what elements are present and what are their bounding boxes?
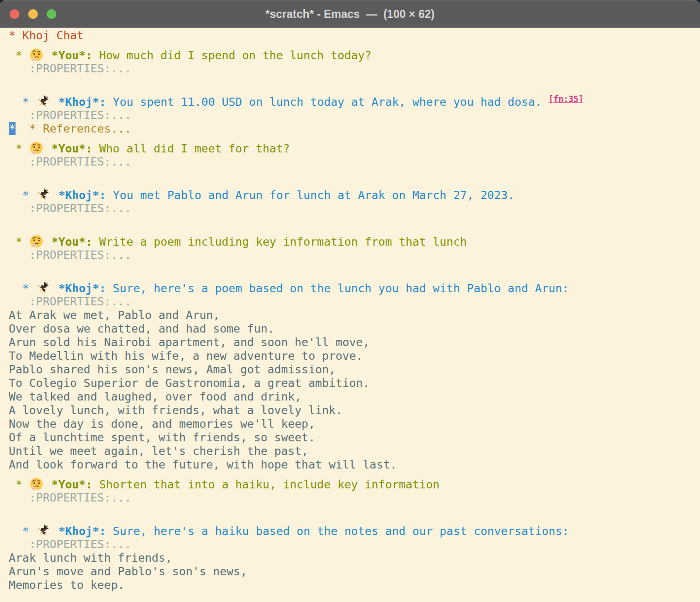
blank-line xyxy=(9,262,700,275)
references-heading[interactable]: * * References... xyxy=(9,122,700,135)
chat-message-khoj[interactable]: * *Khoj*: Sure, here's a haiku based on … xyxy=(9,518,700,537)
poem-line[interactable]: And look forward to the future, with hop… xyxy=(9,458,700,471)
chat-message-you[interactable]: * *You*: Who all did I meet for that? xyxy=(9,135,700,155)
thinking-face-icon xyxy=(29,141,44,155)
haiku-text: Arun's move and Pablo's son's news, xyxy=(9,565,247,578)
chat-message-khoj[interactable]: * *Khoj*: Sure, here's a poem based on t… xyxy=(9,275,700,295)
speaker-label: *Khoj*: xyxy=(58,524,106,537)
poem-line[interactable]: A lovely lunch, with friends, what a lov… xyxy=(9,403,700,417)
zoom-button[interactable] xyxy=(47,9,56,19)
message-text: Sure, here's a poem based on the lunch y… xyxy=(106,282,569,295)
properties-drawer[interactable]: :PROPERTIES:... xyxy=(9,491,700,504)
text-run xyxy=(51,524,58,537)
drawer-text: :PROPERTIES:... xyxy=(9,295,131,308)
haiku-line[interactable]: Memories to keep. xyxy=(9,578,700,592)
poem-line[interactable]: Arun sold his Nairobi apartment, and soo… xyxy=(9,335,700,349)
message-text: You met Pablo and Arun for lunch at Arak… xyxy=(106,188,515,201)
text-run xyxy=(45,235,51,248)
drawer-text: :PROPERTIES:... xyxy=(9,537,131,551)
poem-text: To Medellin with his wife, a new adventu… xyxy=(9,349,363,362)
poem-text: At Arak we met, Pablo and Arun, xyxy=(9,308,220,321)
poem-text: And look forward to the future, with hop… xyxy=(9,458,397,471)
window-titlebar[interactable]: *scratch* - Emacs — (100 × 62) xyxy=(0,0,700,28)
org-star: * xyxy=(9,95,36,108)
eagle-icon xyxy=(36,524,50,537)
references-text: * References... xyxy=(29,122,131,135)
blank-line xyxy=(9,168,700,182)
properties-drawer[interactable]: :PROPERTIES:... xyxy=(9,537,700,551)
speaker-label: *You*: xyxy=(51,478,92,491)
org-star: * xyxy=(9,478,29,491)
message-text: Write a poem including key information f… xyxy=(92,235,467,248)
speaker-label: *You*: xyxy=(51,49,92,62)
chat-message-you[interactable]: * *You*: Write a poem including key info… xyxy=(9,229,700,248)
speaker-label: *You*: xyxy=(51,142,92,155)
properties-drawer[interactable]: :PROPERTIES:... xyxy=(9,248,700,262)
text-run xyxy=(16,122,29,135)
blank-line xyxy=(9,504,700,518)
drawer-text: :PROPERTIES:... xyxy=(9,62,131,75)
poem-line[interactable]: To Medellin with his wife, a new adventu… xyxy=(9,349,700,363)
poem-text: Arun sold his Nairobi apartment, and soo… xyxy=(9,335,369,349)
speaker-label: *Khoj*: xyxy=(58,95,106,108)
chat-message-khoj[interactable]: * *Khoj*: You met Pablo and Arun for lun… xyxy=(9,182,700,201)
eagle-icon xyxy=(36,95,50,108)
text-run xyxy=(45,142,51,155)
poem-text: Over dosa we chatted, and had some fun. xyxy=(9,322,274,335)
poem-text: Of a lunchtime spent, with friends, so s… xyxy=(9,431,315,444)
haiku-line[interactable]: Arak lunch with friends, xyxy=(9,551,700,565)
properties-drawer[interactable]: :PROPERTIES:... xyxy=(9,62,700,75)
org-star: * xyxy=(9,524,36,537)
eagle-icon xyxy=(36,188,50,201)
chat-message-you[interactable]: * *You*: How much did I spend on the lun… xyxy=(9,42,700,62)
message-text: How much did I spend on the lunch today? xyxy=(92,49,371,62)
poem-line[interactable]: To Colegio Superior de Gastronomia, a gr… xyxy=(9,376,700,390)
poem-text: Pablo shared his son's news, Amal got ad… xyxy=(9,363,335,376)
message-text: You spent 11.00 USD on lunch today at Ar… xyxy=(106,95,549,108)
properties-drawer[interactable]: :PROPERTIES:... xyxy=(9,201,700,215)
message-text: Sure, here's a haiku based on the notes … xyxy=(106,524,569,537)
drawer-text: :PROPERTIES:... xyxy=(9,201,131,215)
blank-line xyxy=(9,75,700,89)
heading-text: * Khoj Chat xyxy=(9,29,83,42)
poem-line[interactable]: Of a lunchtime spent, with friends, so s… xyxy=(9,431,700,444)
text-cursor: * xyxy=(9,122,16,135)
window-title: *scratch* - Emacs — (100 × 62) xyxy=(266,8,434,21)
editor-buffer[interactable]: * Khoj Chat * *You*: How much did I spen… xyxy=(0,28,700,602)
chat-message-khoj[interactable]: * *Khoj*: You spent 11.00 USD on lunch t… xyxy=(9,89,700,108)
haiku-text: Memories to keep. xyxy=(9,578,124,591)
thinking-face-icon xyxy=(29,477,44,491)
thinking-face-icon xyxy=(29,48,44,62)
poem-line[interactable]: Pablo shared his son's news, Amal got ad… xyxy=(9,363,700,376)
poem-line[interactable]: We talked and laughed, over food and dri… xyxy=(9,390,700,403)
poem-line[interactable]: Now the day is done, and memories we'll … xyxy=(9,417,700,431)
message-text: Who all did I meet for that? xyxy=(92,142,290,155)
chat-message-you[interactable]: * *You*: Shorten that into a haiku, incl… xyxy=(9,471,700,491)
message-text: Shorten that into a haiku, include key i… xyxy=(92,478,439,491)
poem-text: Until we meet again, let's cherish the p… xyxy=(9,444,308,457)
minimize-button[interactable] xyxy=(28,9,38,19)
poem-line[interactable]: Until we meet again, let's cherish the p… xyxy=(9,444,700,458)
text-run xyxy=(51,282,58,295)
speaker-label: *Khoj*: xyxy=(58,188,106,201)
poem-line[interactable]: Over dosa we chatted, and had some fun. xyxy=(9,322,700,335)
org-star: * xyxy=(9,235,29,248)
poem-text: A lovely lunch, with friends, what a lov… xyxy=(9,403,342,417)
org-heading-khoj-chat[interactable]: * Khoj Chat xyxy=(9,29,700,42)
properties-drawer[interactable]: :PROPERTIES:... xyxy=(9,295,700,308)
poem-text: We talked and laughed, over food and dri… xyxy=(9,390,301,403)
emacs-window: *scratch* - Emacs — (100 × 62) * Khoj Ch… xyxy=(0,0,700,602)
close-button[interactable] xyxy=(10,9,19,19)
haiku-line[interactable]: Arun's move and Pablo's son's news, xyxy=(9,565,700,578)
haiku-text: Arak lunch with friends, xyxy=(9,551,172,564)
properties-drawer[interactable]: :PROPERTIES:... xyxy=(9,108,700,122)
properties-drawer[interactable]: :PROPERTIES:... xyxy=(9,155,700,168)
footnote-link[interactable]: [fn:35] xyxy=(549,94,583,104)
eagle-icon xyxy=(36,281,50,295)
text-run xyxy=(45,49,51,62)
text-run xyxy=(51,95,58,108)
poem-line[interactable]: At Arak we met, Pablo and Arun, xyxy=(9,308,700,322)
org-star: * xyxy=(9,49,29,62)
speaker-label: *You*: xyxy=(51,235,92,248)
org-star: * xyxy=(9,142,29,155)
